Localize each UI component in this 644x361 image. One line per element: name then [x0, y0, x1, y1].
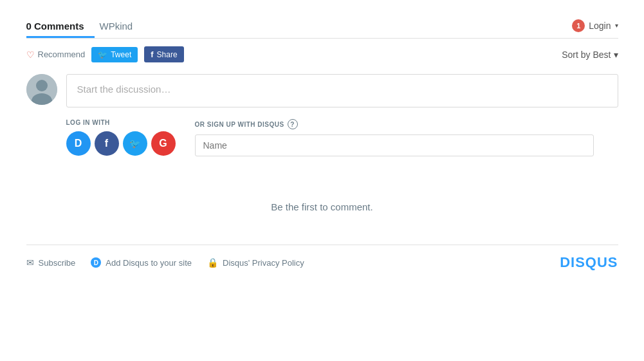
envelope-icon: ✉ — [26, 257, 34, 268]
tweet-button[interactable]: 🐦 Tweet — [91, 47, 138, 62]
facebook-f-icon: f — [105, 138, 108, 149]
login-google-button[interactable]: G — [151, 131, 176, 156]
privacy-policy-link[interactable]: 🔒 Disqus' Privacy Policy — [207, 257, 304, 268]
login-with-label: LOG IN WITH — [66, 119, 176, 126]
privacy-label: Disqus' Privacy Policy — [223, 258, 304, 268]
social-icons-row: D f 🐦 G — [66, 131, 176, 156]
facebook-icon: f — [151, 50, 153, 59]
empty-state-message: Be the first to comment. — [271, 201, 373, 212]
subscribe-link[interactable]: ✉ Subscribe — [26, 257, 76, 268]
share-button[interactable]: f Share — [144, 46, 183, 62]
svg-point-1 — [36, 80, 48, 91]
signup-label: OR SIGN UP WITH DISQUS ? — [195, 119, 594, 129]
recommend-label: Recommend — [38, 50, 86, 59]
empty-state: Be the first to comment. — [26, 176, 618, 245]
tab-wpkind[interactable]: WPkind — [100, 13, 143, 38]
twitter-t-icon: 🐦 — [129, 138, 140, 149]
login-twitter-button[interactable]: 🐦 — [123, 131, 147, 156]
footer: ✉ Subscribe D Add Disqus to your site 🔒 … — [26, 245, 618, 280]
avatar — [26, 74, 57, 105]
comment-area: Start the discussion… — [26, 74, 618, 107]
login-facebook-button[interactable]: f — [95, 131, 119, 156]
disqus-icon: D — [91, 257, 101, 268]
sort-label: Sort by Best — [562, 50, 611, 60]
login-disqus-button[interactable]: D — [66, 131, 91, 156]
recommend-button[interactable]: ♡ Recommend — [26, 50, 86, 60]
tweet-label: Tweet — [111, 50, 131, 59]
add-disqus-link[interactable]: D Add Disqus to your site — [91, 257, 192, 268]
share-label: Share — [157, 50, 178, 59]
sort-dropdown[interactable]: Sort by Best ▾ — [562, 50, 618, 60]
twitter-bird-icon: 🐦 — [98, 50, 107, 59]
disqus-logo: DISQUS — [560, 254, 618, 271]
login-with-section: LOG IN WITH D f 🐦 G — [66, 119, 176, 156]
login-notification-badge: 1 — [572, 19, 585, 32]
heart-icon: ♡ — [26, 50, 35, 60]
comment-input[interactable]: Start the discussion… — [66, 74, 618, 107]
login-chevron-icon: ▾ — [615, 22, 618, 29]
subscribe-label: Subscribe — [39, 258, 76, 268]
name-input[interactable] — [195, 134, 594, 156]
google-g-icon: G — [159, 138, 167, 149]
login-signup-section: LOG IN WITH D f 🐦 G OR SIGN UP WITH DISQ… — [66, 119, 618, 156]
tab-comments[interactable]: 0 Comments — [26, 13, 95, 38]
disqus-d-icon: D — [75, 138, 82, 149]
lock-icon: 🔒 — [207, 257, 218, 268]
action-row: ♡ Recommend 🐦 Tweet f Share Sort by Best… — [26, 46, 618, 62]
add-disqus-label: Add Disqus to your site — [106, 258, 192, 268]
login-area[interactable]: 1 Login ▾ — [572, 19, 618, 32]
signup-section: OR SIGN UP WITH DISQUS ? — [195, 119, 594, 156]
help-icon[interactable]: ? — [288, 119, 298, 129]
login-label: Login — [589, 21, 611, 31]
sort-chevron-icon: ▾ — [614, 50, 618, 60]
